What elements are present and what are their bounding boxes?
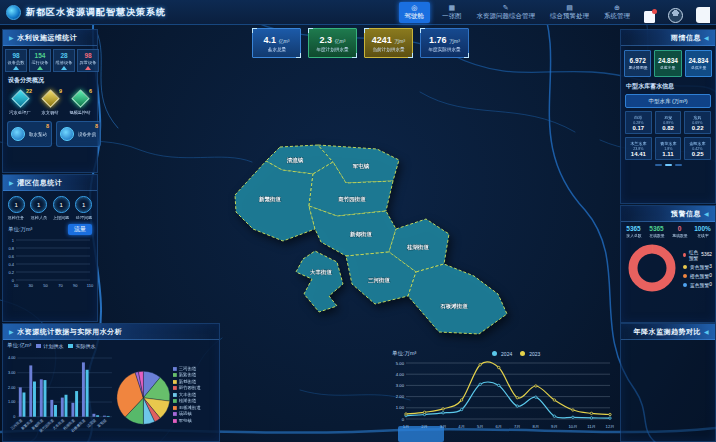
panel-facility-stats: ▶水利设施运维统计 98设备总数 154运行设备 28维修设备 98异常设备 设…	[2, 29, 98, 173]
reservoir-cell: 白塔0.28%0.17	[625, 111, 652, 134]
panel-title: 水资源统计数据与实际用水分析	[17, 327, 122, 337]
reservoir-cell: 木兰水库23.8%14.41	[625, 137, 652, 160]
chevron-left-icon[interactable]: ◀	[704, 34, 709, 41]
panel-usage-analysis: ▶水资源统计数据与实际用水分析 单位:亿m³ 计划供水 实际供水 4.003.0…	[2, 323, 220, 442]
legend-item[interactable]: 石板滩街道	[173, 405, 214, 410]
legend-item[interactable]: 三河街道	[173, 366, 214, 371]
category-item: 9水文测站	[36, 90, 64, 115]
svg-text:2月: 2月	[421, 424, 428, 429]
corner-widget	[696, 7, 710, 23]
panel-irrigation-stats: ▶灌区信息统计 1巡检任务 1巡检人员 1上报问题 1处理问题 单位:万m³ 流…	[2, 174, 98, 322]
kpi-label: 年度实际供水量	[428, 46, 460, 52]
svg-text:9月: 9月	[551, 424, 558, 429]
legend-item[interactable]: 军屯镇	[173, 418, 214, 423]
edit-icon: ✎	[503, 4, 509, 11]
pagination-dots	[621, 161, 715, 169]
page-dot[interactable]	[675, 164, 682, 166]
notification-icon[interactable]	[644, 11, 655, 23]
tab-alert-handling[interactable]: ▤ 综合预警处理	[547, 2, 592, 23]
legend-2024[interactable]: 2024	[492, 351, 512, 357]
map-label: 桂湖街道	[406, 244, 430, 251]
legend-item[interactable]: 大丰街道	[173, 392, 214, 397]
user-avatar[interactable]	[668, 8, 683, 23]
map-region[interactable]	[408, 264, 507, 334]
stat-chip: 98异常设备	[77, 49, 99, 72]
legend-swatch	[68, 344, 73, 348]
unit-label: 单位:万m³	[8, 226, 32, 233]
panel-header[interactable]: ▶灌区信息统计	[3, 175, 97, 191]
document-icon: ▤	[566, 4, 573, 11]
flow-monitor-chart: 10.80.60.40.201030507090110	[5, 236, 95, 294]
tab-one-map[interactable]: ▦ 一张图	[439, 2, 465, 23]
svg-text:3.00: 3.00	[8, 371, 15, 375]
stat-item: 0离线数量	[669, 225, 691, 238]
kpi-unit: 万m³	[449, 38, 460, 44]
device-tiles: 取水泵站8 设备井房8	[3, 117, 97, 151]
dashboard-icon: ◎	[411, 4, 417, 11]
legend-item[interactable]: 橙色预警0	[683, 273, 712, 279]
kpi-current-plan: 4241 万m³ 当前计划供水量	[364, 28, 413, 58]
tab-label: 一张图	[442, 12, 462, 21]
svg-text:0.4: 0.4	[8, 262, 14, 267]
facility-stat-chips: 98设备总数 154运行设备 28维修设备 98异常设备	[3, 46, 97, 73]
kpi-value: 4.1	[264, 35, 277, 45]
svg-text:1: 1	[12, 238, 15, 243]
legend-item[interactable]: 清流镇	[173, 411, 214, 416]
panel-header[interactable]: ▶水资源统计数据与实际用水分析	[3, 324, 219, 340]
device-categories: 22污水处理厂 9水文测站 6视频监控站	[3, 86, 97, 117]
svg-text:110: 110	[87, 283, 94, 288]
pie-legend: 三河街道 新繁街道 新都街道 斑竹园街道 大丰街道 桂湖街道 石板滩街道 清流镇…	[173, 351, 217, 437]
panel-header[interactable]: ▶水利设施运维统计	[3, 30, 97, 46]
legend-item[interactable]: 红色预警5362	[683, 249, 712, 261]
legend-actual[interactable]: 实际供水	[68, 343, 95, 349]
stat-chip: 98设备总数	[5, 49, 27, 72]
usage-pie-chart	[115, 351, 174, 437]
page-dot[interactable]	[655, 164, 662, 166]
reservoir-cell: 金瓶水库0.42%0.25	[684, 137, 711, 160]
chevron-right-icon: ▶	[9, 179, 14, 186]
panel-title: 水利设施运维统计	[17, 33, 77, 43]
legend-item[interactable]: 桂湖街道	[173, 398, 214, 403]
legend-item[interactable]: 黄色预警3	[683, 264, 712, 270]
warning-stats: 5365接入总数 5365在线数量 0离线数量 100%在线率	[621, 222, 715, 238]
svg-text:1.00: 1.00	[396, 405, 405, 410]
up-arrow-icon	[13, 66, 19, 70]
page-dot[interactable]	[665, 164, 672, 166]
panel-title: 年降水监测趋势对比	[633, 327, 701, 337]
map-label: 三河街道	[368, 277, 391, 284]
pump-icon	[11, 127, 25, 141]
rain-trend-chart-container: 单位:万m³ 2024 2023 5.004.003.002.001.0001月…	[390, 350, 618, 440]
tile-pump-station: 取水泵站8	[7, 121, 52, 147]
up-arrow-icon	[61, 66, 67, 70]
legend-item[interactable]: 斑竹园街道	[173, 385, 214, 390]
rain-trend-chart: 5.004.003.002.001.0001月2月3月4月5月6月7月8月9月1…	[390, 357, 618, 437]
stat-card: 6.972累计降雨量	[624, 50, 651, 77]
chevron-left-icon[interactable]: ◀	[704, 210, 709, 217]
stat-card: 24.834总蓄水量	[654, 50, 681, 77]
svg-text:清流镇: 清流镇	[85, 417, 97, 428]
legend-2023[interactable]: 2023	[520, 351, 540, 357]
well-icon	[60, 127, 74, 141]
svg-text:军屯镇: 军屯镇	[97, 418, 108, 428]
flow-button[interactable]: 流量	[68, 224, 92, 235]
panel-header[interactable]: 年降水监测趋势对比◀	[621, 324, 715, 340]
map-region[interactable]	[296, 251, 343, 312]
up-arrow-icon	[85, 66, 91, 70]
subsection-title: 中型水库蓄水信息	[621, 79, 715, 92]
legend-item[interactable]: 蓝色预警0	[683, 282, 712, 288]
subsection-title: 设备分类概况	[3, 73, 97, 86]
reservoir-table-title[interactable]: 中型水库 (万m³)	[625, 94, 711, 108]
legend-item[interactable]: 新都街道	[173, 379, 214, 384]
chevron-left-icon[interactable]: ◀	[704, 328, 709, 335]
tab-label: 综合预警处理	[550, 12, 589, 21]
svg-text:1月: 1月	[403, 424, 410, 429]
legend-planned[interactable]: 计划供水	[36, 343, 63, 349]
panel-header[interactable]: 预警信息◀	[621, 206, 715, 222]
tab-dashboard[interactable]: ◎ 驾驶舱	[399, 2, 431, 23]
tab-system-mgmt[interactable]: ⊕ 系统管理	[601, 2, 633, 23]
panel-header[interactable]: 雨情信息◀	[621, 30, 715, 46]
svg-text:3月: 3月	[440, 424, 447, 429]
legend-swatch	[36, 344, 41, 348]
tab-water-issue-mgmt[interactable]: ✎ 水资源问题综合管理	[474, 2, 539, 23]
legend-item[interactable]: 新繁街道	[173, 372, 214, 377]
